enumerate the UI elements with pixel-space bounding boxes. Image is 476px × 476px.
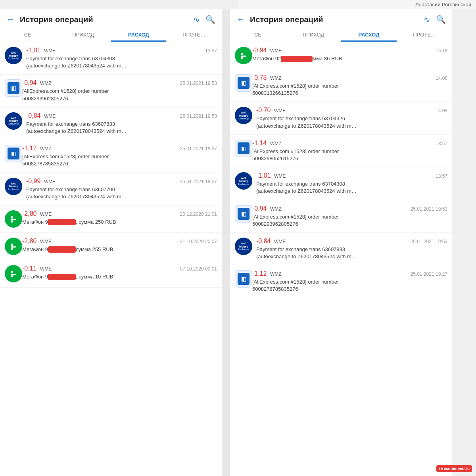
search-icon-right[interactable]: 🔍 bbox=[436, 15, 446, 24]
tx-content: -0,84 WME 25.01.2021 19:53 Payment for e… bbox=[256, 238, 447, 260]
recommend-badge: i irecommend.ru bbox=[436, 465, 472, 472]
tx-icon-webmoney: WebMoney Exchange bbox=[5, 112, 22, 130]
svg-rect-2 bbox=[11, 219, 16, 220]
tx-time: 14:08 bbox=[436, 75, 447, 81]
tx-amount: -1,14 WMZ bbox=[252, 140, 282, 147]
list-item[interactable]: WebMoney Exchange -0,99 WME 25.01.2021 1… bbox=[0, 173, 222, 205]
list-item[interactable]: WebMoney Exchange -0,84 WME 25.01.2021 1… bbox=[230, 233, 452, 265]
chart-icon-left[interactable]: ∿ bbox=[193, 15, 200, 24]
tx-desc: [AliExpress.com #1528] order number50082… bbox=[252, 278, 447, 293]
webmoney-logo: WebMoney Exchange bbox=[235, 172, 252, 190]
back-button-left[interactable]: ← bbox=[6, 14, 15, 25]
tab-right-vce[interactable]: CE bbox=[230, 28, 286, 42]
list-item[interactable]: -0,94 WME 15:18 МегаФон 92мма 86 RUB bbox=[230, 42, 452, 69]
tx-desc: МегаФон 9, сумма 250 RUB bbox=[22, 219, 217, 226]
tx-time: 07.10.2020 00:01 bbox=[180, 266, 217, 272]
tab-left-prote[interactable]: ПРOTE… bbox=[166, 28, 222, 42]
tx-time: 25.01.2021 19:53 bbox=[180, 81, 217, 86]
tx-time: 13:57 bbox=[205, 48, 217, 54]
list-item[interactable]: WebMoney Exchange -1,01 WME 13:57 Paymen… bbox=[230, 167, 452, 200]
tx-time: 25.01.2021 19:53 bbox=[411, 206, 447, 212]
list-item[interactable]: WebMoney Exchange -1,01 WME 13:57 Paymen… bbox=[0, 42, 222, 75]
tx-desc: Payment for exchange trans 63607833(auto… bbox=[26, 121, 217, 135]
svg-point-1 bbox=[11, 216, 13, 219]
tx-amount: -0,78 WMZ bbox=[252, 74, 282, 81]
tab-left-prikhod[interactable]: ПРИХОД bbox=[56, 28, 111, 42]
tx-time: 25.01.2021 19:27 bbox=[180, 146, 217, 152]
list-item[interactable]: ◧ -1,14 WMZ 13:57 [AliExpress.com #1528]… bbox=[230, 135, 452, 167]
tx-icon-megafon bbox=[5, 265, 22, 282]
list-item[interactable]: -2,80 WME 21.10.2020 20:07 МегаФон 9сумм… bbox=[0, 233, 222, 260]
tx-content: -2,80 WME 21.10.2020 20:07 МегаФон 9сумм… bbox=[22, 238, 217, 253]
list-item[interactable]: -0,11 WME 07.10.2020 00:01 МегаФон 9, су… bbox=[0, 260, 222, 288]
tx-desc: Payment for exchange trans 63607700(auto… bbox=[26, 186, 217, 200]
panel-right: ← История операций ∿ 🔍 CE ПРИХОД РАСХОД … bbox=[230, 9, 452, 476]
tx-amount: -0,84 WME bbox=[26, 112, 56, 119]
tx-amount: -2,80 WME bbox=[22, 238, 52, 245]
tx-icon-webmoney: WebMoney Exchange bbox=[235, 107, 252, 124]
tx-amount: -0,11 WME bbox=[22, 265, 52, 272]
tx-desc: МегаФон 92мма 86 RUB bbox=[252, 55, 447, 62]
search-icon-left[interactable]: 🔍 bbox=[205, 15, 215, 24]
webmoney-logo: WebMoney Exchange bbox=[235, 107, 252, 124]
tx-time: 25.01.2021 19:27 bbox=[180, 179, 217, 184]
panel-left-header: ← История операций ∿ 🔍 bbox=[0, 9, 222, 28]
tx-content: -0,94 WME 15:18 МегаФон 92мма 86 RUB bbox=[252, 47, 447, 62]
svg-rect-10 bbox=[11, 274, 16, 275]
tx-amount: -0,70 WME bbox=[256, 107, 286, 114]
tx-icon-aliexpress: ◧ bbox=[5, 145, 22, 162]
tx-content: -1,12 WMZ 25.01.2021 19:27 [AliExpress.c… bbox=[22, 145, 217, 167]
svg-point-5 bbox=[11, 244, 13, 246]
tx-desc: [AliExpress.com #1528] order number50082… bbox=[252, 213, 447, 228]
page-title-left: История операций bbox=[20, 15, 188, 24]
list-item[interactable]: ◧ -0,94 WMZ 25.01.2021 19:53 [AliExpress… bbox=[230, 200, 452, 233]
tab-left-vce[interactable]: CE bbox=[0, 28, 56, 42]
tx-time: 21.10.2020 20:07 bbox=[180, 239, 217, 244]
tx-amount: -1,01 WME bbox=[256, 172, 286, 179]
tx-desc: [AliExpress.com #1528] order number50082… bbox=[22, 153, 217, 167]
tx-content: -0,70 WME 14:08 Payment for exchange tra… bbox=[256, 107, 447, 129]
back-button-right[interactable]: ← bbox=[236, 14, 245, 25]
tx-desc: Payment for exchange trans 63704326(auto… bbox=[256, 115, 447, 129]
list-item[interactable]: -2,80 WME 20.12.2020 21:01 МегаФон 9, су… bbox=[0, 205, 222, 233]
list-item[interactable]: ◧ -0,78 WMZ 14:08 [AliExpress.com #1528]… bbox=[230, 69, 452, 102]
tabs-bar-left: CE ПРИХОД РАСХОД ПРOTE… bbox=[0, 28, 222, 42]
tx-desc: [AliExpress.com #1528] order number50082… bbox=[252, 148, 447, 162]
svg-point-3 bbox=[11, 220, 13, 223]
tx-time: 20.12.2020 21:01 bbox=[180, 211, 217, 217]
list-item[interactable]: ◧ -0,94 WMZ 25.01.2021 19:53 [AliExpress… bbox=[0, 75, 222, 107]
transactions-list-right: -0,94 WME 15:18 МегаФон 92мма 86 RUB ◧ -… bbox=[230, 42, 452, 476]
list-item[interactable]: ◧ -1,12 WMZ 25.01.2021 19:27 [AliExpress… bbox=[230, 265, 452, 298]
tx-desc: Payment for exchange trans 63607833(auto… bbox=[256, 246, 447, 260]
panel-divider bbox=[222, 9, 230, 476]
tab-right-prikhod[interactable]: ПРИХОД bbox=[286, 28, 341, 42]
tx-time: 25.01.2021 19:53 bbox=[411, 239, 447, 244]
chart-icon-right[interactable]: ∿ bbox=[424, 15, 430, 24]
tx-amount: -0,94 WMZ bbox=[252, 205, 282, 212]
tab-right-raskhod[interactable]: РАСХОД bbox=[341, 28, 397, 42]
tx-amount: -0,99 WME bbox=[26, 178, 56, 185]
tx-content: -0,99 WME 25.01.2021 19:27 Payment for e… bbox=[26, 178, 217, 200]
tab-left-raskhod[interactable]: РАСХОД bbox=[111, 28, 167, 42]
webmoney-logo: WebMoney Exchange bbox=[5, 178, 22, 195]
tx-icon-webmoney: WebMoney Exchange bbox=[5, 47, 22, 64]
tx-icon-aliexpress: ◧ bbox=[235, 270, 252, 288]
list-item[interactable]: WebMoney Exchange -0,70 WME 14:08 Paymen… bbox=[230, 102, 452, 134]
tx-amount: -1,12 WMZ bbox=[252, 270, 282, 277]
tx-icon-webmoney: WebMoney Exchange bbox=[235, 172, 252, 190]
tx-content: -1,01 WME 13:57 Payment for exchange tra… bbox=[256, 172, 447, 195]
tx-content: -2,80 WME 20.12.2020 21:01 МегаФон 9, су… bbox=[22, 210, 217, 226]
tx-amount: -0,84 WME bbox=[256, 238, 286, 245]
list-item[interactable]: WebMoney Exchange -0,84 WME 25.01.2021 1… bbox=[0, 107, 222, 140]
tab-right-prote[interactable]: ПРOTE… bbox=[397, 28, 452, 42]
tx-time: 25.01.2021 19:27 bbox=[411, 271, 447, 277]
tx-amount: -1,12 WMZ bbox=[22, 145, 52, 152]
tx-amount: -0,94 WMZ bbox=[22, 79, 52, 86]
tx-desc: Payment for exchange trans 63704308(auto… bbox=[256, 180, 447, 195]
tx-desc: МегаФон 9сумма 255 RUB bbox=[22, 246, 217, 253]
tx-icon-aliexpress: ◧ bbox=[235, 140, 252, 157]
tx-content: -0,84 WME 25.01.2021 19:53 Payment for e… bbox=[26, 112, 217, 135]
tabs-bar-right: CE ПРИХОД РАСХОД ПРOTE… bbox=[230, 28, 452, 42]
list-item[interactable]: ◧ -1,12 WMZ 25.01.2021 19:27 [AliExpress… bbox=[0, 140, 222, 173]
webmoney-logo: WebMoney Exchange bbox=[5, 47, 22, 64]
